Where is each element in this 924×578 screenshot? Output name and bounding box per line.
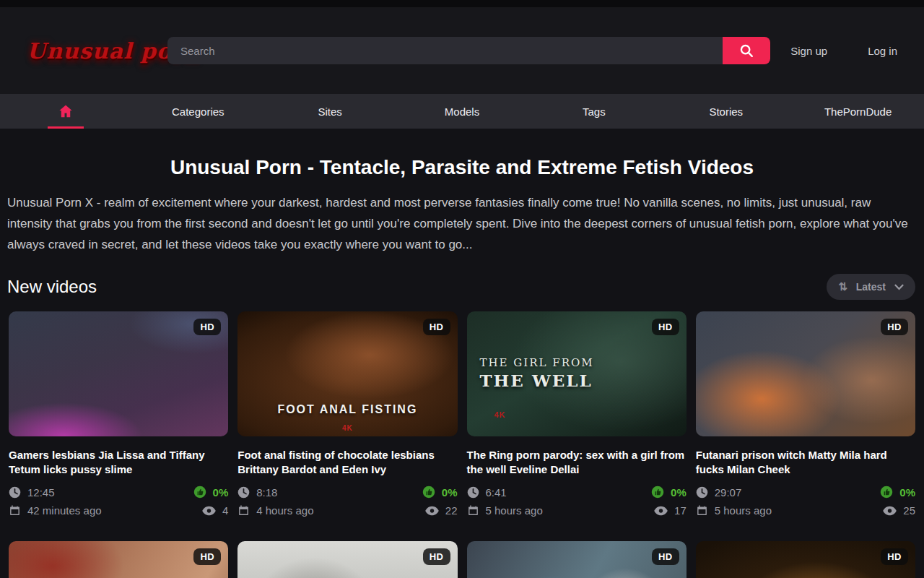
signup-link[interactable]: Sign up bbox=[790, 45, 827, 57]
video-thumbnail[interactable]: HD bbox=[9, 311, 228, 436]
video-thumbnail[interactable]: HD bbox=[237, 541, 457, 578]
video-card[interactable]: HD bbox=[237, 541, 457, 578]
eye-icon bbox=[883, 506, 897, 516]
video-rating: 0% bbox=[442, 486, 458, 499]
hd-badge: HD bbox=[881, 319, 908, 335]
hd-badge: HD bbox=[193, 319, 221, 335]
video-card[interactable]: HD FOOT ANAL FISTING 4K Foot anal fistin… bbox=[237, 311, 457, 517]
video-meta: 5 hours ago 17 bbox=[467, 504, 687, 517]
search-form bbox=[167, 37, 770, 64]
video-title[interactable]: The Ring porn parody: sex with a girl fr… bbox=[467, 448, 687, 477]
video-title[interactable]: Futanari prison witch Matty Mila hard fu… bbox=[696, 448, 915, 477]
video-rating: 0% bbox=[899, 486, 915, 499]
video-thumbnail[interactable]: HD bbox=[9, 541, 228, 578]
chevron-down-icon bbox=[894, 284, 904, 290]
thumbs-up-icon bbox=[422, 486, 435, 499]
sort-dropdown[interactable]: ⇅ Latest bbox=[827, 274, 915, 300]
sort-dropdown-label: Latest bbox=[856, 281, 886, 293]
video-thumbnail[interactable]: HD THE GIRL FROM THE WELL 4K bbox=[467, 311, 687, 436]
eye-icon bbox=[202, 506, 216, 516]
video-card[interactable]: HD bbox=[467, 541, 687, 578]
video-views: 4 bbox=[222, 504, 228, 517]
hd-badge: HD bbox=[881, 548, 908, 565]
video-views: 22 bbox=[445, 504, 458, 517]
video-meta: 6:41 0% bbox=[467, 486, 687, 499]
clock-icon bbox=[237, 486, 250, 499]
main-nav: Categories Sites Models Tags Stories The… bbox=[0, 94, 924, 129]
site-header: Unusual porn Sign up Log in bbox=[0, 7, 924, 94]
hd-badge: HD bbox=[423, 548, 450, 565]
video-rating: 0% bbox=[213, 486, 229, 499]
video-card[interactable]: HD Futanari prison witch Matty Mila hard… bbox=[696, 311, 915, 517]
video-title[interactable]: Foot anal fisting of chocolate lesbians … bbox=[237, 448, 457, 477]
video-duration: 6:41 bbox=[486, 486, 507, 499]
auth-links: Sign up Log in bbox=[790, 45, 897, 57]
hd-badge: HD bbox=[652, 319, 679, 335]
video-grid: HD Gamers lesbians Jia Lissa and Tiffany… bbox=[9, 311, 915, 578]
video-duration: 8:18 bbox=[256, 486, 277, 499]
calendar-icon bbox=[696, 504, 708, 517]
video-age: 5 hours ago bbox=[715, 504, 772, 517]
hd-badge: HD bbox=[423, 319, 450, 335]
video-meta: 29:07 0% bbox=[696, 486, 915, 499]
calendar-icon bbox=[9, 504, 21, 517]
search-button[interactable] bbox=[723, 37, 770, 64]
video-meta: 12:45 0% bbox=[9, 486, 228, 499]
video-title[interactable]: Gamers lesbians Jia Lissa and Tiffany Te… bbox=[9, 448, 228, 477]
video-thumbnail[interactable]: HD bbox=[696, 311, 915, 436]
video-meta: 42 minutes ago 4 bbox=[9, 504, 228, 517]
video-duration: 29:07 bbox=[715, 486, 742, 499]
video-views: 25 bbox=[903, 504, 915, 517]
thumbnail-caption: THE GIRL FROM THE WELL bbox=[480, 356, 594, 390]
clock-icon bbox=[467, 486, 479, 499]
nav-item-categories[interactable]: Categories bbox=[132, 94, 264, 129]
video-views: 17 bbox=[674, 504, 687, 517]
thumbs-up-icon bbox=[193, 486, 206, 499]
nav-item-theporndude[interactable]: ThePornDude bbox=[792, 94, 924, 129]
section-header: New videos ⇅ Latest bbox=[7, 274, 915, 300]
thumbnail-4k-tag: 4K bbox=[237, 424, 457, 432]
nav-item-sites[interactable]: Sites bbox=[264, 94, 396, 129]
video-meta: 5 hours ago 25 bbox=[696, 504, 915, 517]
login-link[interactable]: Log in bbox=[868, 45, 897, 57]
video-card[interactable]: HD bbox=[9, 541, 228, 578]
calendar-icon bbox=[467, 504, 479, 517]
video-age: 5 hours ago bbox=[486, 504, 543, 517]
video-meta: 8:18 0% bbox=[237, 486, 457, 499]
video-thumbnail[interactable]: HD FOOT ANAL FISTING 4K bbox=[237, 311, 457, 436]
sort-arrows-icon: ⇅ bbox=[838, 280, 847, 293]
section-title: New videos bbox=[7, 277, 97, 297]
thumbs-up-icon bbox=[651, 486, 664, 499]
nav-item-models[interactable]: Models bbox=[396, 94, 528, 129]
nav-item-home[interactable] bbox=[0, 94, 132, 129]
thumbnail-4k-tag: 4K bbox=[494, 410, 506, 419]
home-icon bbox=[58, 103, 74, 119]
clock-icon bbox=[9, 486, 21, 499]
nav-item-tags[interactable]: Tags bbox=[528, 94, 660, 129]
thumbs-up-icon bbox=[880, 486, 893, 499]
video-card[interactable]: HD THE GIRL FROM THE WELL 4K The Ring po… bbox=[467, 311, 687, 517]
video-card[interactable]: HD Gamers lesbians Jia Lissa and Tiffany… bbox=[9, 311, 228, 517]
search-input[interactable] bbox=[167, 37, 723, 64]
clock-icon bbox=[696, 486, 708, 499]
main-content: Unusual Porn - Tentacle, Parasite and Ex… bbox=[0, 156, 924, 578]
top-strip bbox=[0, 0, 924, 7]
search-icon bbox=[738, 43, 754, 59]
eye-icon bbox=[425, 506, 439, 516]
video-age: 4 hours ago bbox=[256, 504, 313, 517]
video-duration: 12:45 bbox=[27, 486, 55, 499]
page-description: Unusual Porn X - realm of excitement whe… bbox=[7, 192, 917, 255]
page-title: Unusual Porn - Tentacle, Parasite and Ex… bbox=[0, 156, 924, 179]
nav-item-stories[interactable]: Stories bbox=[660, 94, 792, 129]
video-rating: 0% bbox=[671, 486, 687, 499]
video-meta: 4 hours ago 22 bbox=[237, 504, 457, 517]
hd-badge: HD bbox=[652, 548, 679, 565]
video-thumbnail[interactable]: HD bbox=[467, 541, 687, 578]
eye-icon bbox=[654, 506, 668, 516]
thumbnail-caption: FOOT ANAL FISTING bbox=[237, 403, 457, 416]
calendar-icon bbox=[237, 504, 250, 517]
video-card[interactable]: HD bbox=[696, 541, 915, 578]
site-logo[interactable]: Unusual porn bbox=[27, 38, 160, 64]
video-thumbnail[interactable]: HD bbox=[696, 541, 915, 578]
hd-badge: HD bbox=[193, 548, 221, 565]
